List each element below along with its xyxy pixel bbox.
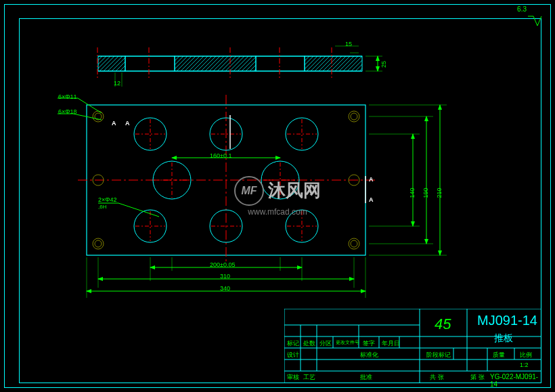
tb-code: YG-022-MJ091-14 (490, 373, 541, 388)
dim-190: 190 (422, 188, 429, 198)
dim-12: 12 (114, 80, 120, 87)
tb-mass: 质量 (493, 351, 505, 360)
section-A1: A (112, 120, 116, 127)
svg-point-30 (93, 111, 104, 122)
dim-200: 200±0.05 (210, 261, 235, 268)
dim-160: 160±0.1 (210, 152, 231, 159)
svg-point-32 (349, 111, 359, 122)
svg-point-36 (349, 238, 359, 249)
svg-point-35 (95, 240, 102, 247)
tb-design: 设计 (287, 351, 299, 360)
svg-line-58 (73, 114, 102, 120)
tb-div: 分区 (319, 339, 332, 348)
tb-std: 标准化 (360, 351, 378, 360)
svg-line-56 (78, 98, 102, 113)
dim-310: 310 (220, 273, 230, 280)
dim-340: 340 (220, 285, 230, 292)
tb-date: 年月日 (382, 339, 400, 348)
svg-point-34 (93, 238, 104, 249)
tb-stage: 阶段标记 (426, 351, 451, 360)
tb-approve: 批准 (360, 373, 372, 382)
callout-6x11: 6×Φ11 (58, 93, 76, 100)
dim-140: 140 (409, 188, 416, 198)
tb-scale-lbl: 比例 (520, 351, 532, 360)
tb-sheet-no: 第 张 (470, 373, 485, 382)
tb-partname: 推板 (494, 332, 513, 345)
dim-210: 210 (436, 188, 443, 198)
section-A3: A (369, 176, 374, 183)
tb-zone: 处数 (303, 339, 315, 348)
svg-rect-2 (305, 56, 362, 71)
dim-25: 25 (380, 61, 387, 68)
tb-docno: 更改文件号 (336, 339, 359, 346)
section-A2: A (125, 120, 130, 127)
tb-sheet-total: 共 张 (430, 373, 444, 382)
callout-6x18: 6×Φ18 (58, 108, 76, 115)
section-view-top (97, 46, 382, 87)
tb-sign: 签字 (363, 339, 375, 348)
tb-process: 工艺 (303, 373, 315, 382)
tb-mark: 标记 (287, 339, 299, 348)
callout-2x42: 2×Φ42,6H (98, 196, 116, 210)
svg-rect-4 (256, 56, 305, 71)
svg-rect-0 (98, 56, 125, 71)
cad-canvas: 6.3 (0, 0, 555, 392)
svg-rect-3 (125, 56, 175, 71)
dim-15: 15 (345, 41, 352, 47)
tb-material: 45 (435, 315, 451, 333)
svg-point-33 (351, 113, 357, 120)
section-A4: A (369, 196, 374, 203)
svg-point-37 (351, 240, 357, 247)
svg-rect-1 (175, 56, 256, 71)
tb-check: 审核 (287, 373, 299, 382)
tb-scale: 1:2 (520, 362, 529, 368)
title-block: 标记 处数 分区 更改文件号 签字 年月日 设计 标准化 审核 工艺 批准 阶段… (284, 309, 541, 383)
tb-partno: MJ091-14 (477, 313, 537, 328)
